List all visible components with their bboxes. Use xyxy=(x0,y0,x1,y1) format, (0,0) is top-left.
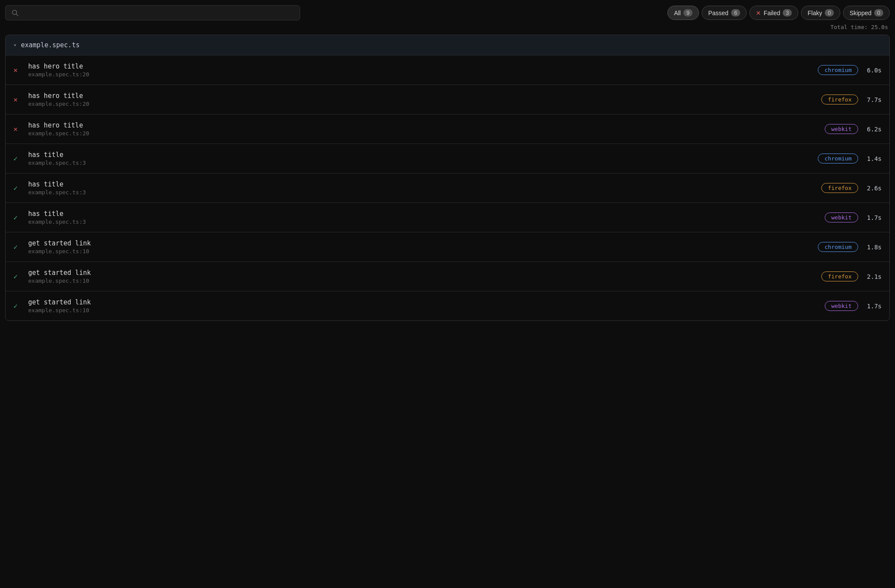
test-name: get started link xyxy=(28,269,821,277)
test-file: example.spec.ts:20 xyxy=(28,71,818,78)
browser-badge: firefox xyxy=(821,183,858,193)
filter-failed-label: Failed xyxy=(764,10,780,16)
test-file: example.spec.ts:3 xyxy=(28,160,818,166)
browser-badge: webkit xyxy=(825,212,858,222)
filter-failed-count: 3 xyxy=(783,9,792,16)
test-right: chromium 1.8s xyxy=(818,242,882,252)
table-row[interactable]: ✓ get started link example.spec.ts:10 we… xyxy=(6,291,889,320)
test-duration: 1.7s xyxy=(865,214,882,221)
test-right: webkit 1.7s xyxy=(825,212,882,222)
browser-badge: firefox xyxy=(821,95,858,105)
test-file: example.spec.ts:3 xyxy=(28,219,825,225)
test-right: chromium 1.4s xyxy=(818,154,882,163)
browser-badge: chromium xyxy=(818,65,858,75)
filter-failed-button[interactable]: ✕ Failed 3 xyxy=(749,6,798,20)
pass-icon: ✓ xyxy=(13,243,23,251)
test-right: firefox 2.1s xyxy=(821,271,882,281)
test-info: has title example.spec.ts:3 xyxy=(28,180,821,196)
test-right: webkit 6.2s xyxy=(825,124,882,134)
spec-header[interactable]: ▾ example.spec.ts xyxy=(6,35,889,55)
table-row[interactable]: ✓ has title example.spec.ts:3 firefox 2.… xyxy=(6,173,889,203)
test-duration: 1.4s xyxy=(865,155,882,162)
search-input[interactable] xyxy=(23,9,294,16)
test-name: has hero title xyxy=(28,92,821,100)
total-time: Total time: 25.0s xyxy=(5,24,890,30)
browser-badge: chromium xyxy=(818,154,858,163)
test-name: get started link xyxy=(28,298,825,306)
fail-icon: ✕ xyxy=(13,95,23,104)
filter-flaky-count: 0 xyxy=(825,9,834,16)
test-info: get started link example.spec.ts:10 xyxy=(28,269,821,284)
spec-container: ▾ example.spec.ts ✕ has hero title examp… xyxy=(5,35,890,321)
test-file: example.spec.ts:20 xyxy=(28,101,821,107)
search-icon xyxy=(12,10,19,16)
filter-skipped-button[interactable]: Skipped 0 xyxy=(843,6,890,20)
fail-x-icon: ✕ xyxy=(756,10,761,16)
test-name: get started link xyxy=(28,239,818,247)
svg-line-1 xyxy=(16,14,18,16)
test-name: has title xyxy=(28,210,825,218)
table-row[interactable]: ✕ has hero title example.spec.ts:20 webk… xyxy=(6,114,889,144)
table-row[interactable]: ✕ has hero title example.spec.ts:20 fire… xyxy=(6,85,889,114)
filter-all-count: 9 xyxy=(683,9,692,16)
browser-badge: webkit xyxy=(825,124,858,134)
test-file: example.spec.ts:20 xyxy=(28,130,825,137)
pass-icon: ✓ xyxy=(13,272,23,281)
filter-flaky-button[interactable]: Flaky 0 xyxy=(801,6,840,20)
fail-icon: ✕ xyxy=(13,125,23,133)
filter-skipped-count: 0 xyxy=(874,9,883,16)
table-row[interactable]: ✕ has hero title example.spec.ts:20 chro… xyxy=(6,55,889,85)
test-info: has hero title example.spec.ts:20 xyxy=(28,62,818,78)
test-right: chromium 6.0s xyxy=(818,65,882,75)
filter-flaky-label: Flaky xyxy=(807,10,822,16)
test-file: example.spec.ts:3 xyxy=(28,189,821,196)
search-box[interactable] xyxy=(5,5,300,20)
test-name: has hero title xyxy=(28,121,825,129)
browser-badge: firefox xyxy=(821,271,858,281)
test-duration: 6.2s xyxy=(865,126,882,133)
pass-icon: ✓ xyxy=(13,302,23,310)
test-name: has title xyxy=(28,151,818,159)
chevron-down-icon: ▾ xyxy=(13,42,16,48)
test-right: firefox 2.6s xyxy=(821,183,882,193)
fail-icon: ✕ xyxy=(13,66,23,74)
spec-name: example.spec.ts xyxy=(21,41,79,49)
filter-passed-button[interactable]: Passed 6 xyxy=(702,6,747,20)
test-file: example.spec.ts:10 xyxy=(28,307,825,314)
filter-skipped-label: Skipped xyxy=(849,10,872,16)
table-row[interactable]: ✓ has title example.spec.ts:3 chromium 1… xyxy=(6,144,889,173)
test-duration: 2.6s xyxy=(865,185,882,192)
top-bar: All 9 Passed 6 ✕ Failed 3 Flaky 0 Skippe… xyxy=(5,5,890,20)
test-file: example.spec.ts:10 xyxy=(28,278,821,284)
test-name: has hero title xyxy=(28,62,818,70)
test-duration: 2.1s xyxy=(865,273,882,280)
filter-buttons: All 9 Passed 6 ✕ Failed 3 Flaky 0 Skippe… xyxy=(667,6,890,20)
table-row[interactable]: ✓ has title example.spec.ts:3 webkit 1.7… xyxy=(6,203,889,232)
test-info: get started link example.spec.ts:10 xyxy=(28,298,825,314)
test-duration: 6.0s xyxy=(865,67,882,74)
test-duration: 1.8s xyxy=(865,244,882,251)
test-right: webkit 1.7s xyxy=(825,301,882,311)
test-name: has title xyxy=(28,180,821,188)
filter-all-label: All xyxy=(674,10,681,16)
test-info: has hero title example.spec.ts:20 xyxy=(28,121,825,137)
test-right: firefox 7.7s xyxy=(821,95,882,105)
test-file: example.spec.ts:10 xyxy=(28,248,818,255)
table-row[interactable]: ✓ get started link example.spec.ts:10 fi… xyxy=(6,261,889,291)
pass-icon: ✓ xyxy=(13,213,23,222)
browser-badge: webkit xyxy=(825,301,858,311)
test-info: has title example.spec.ts:3 xyxy=(28,210,825,225)
test-info: has hero title example.spec.ts:20 xyxy=(28,92,821,107)
filter-passed-label: Passed xyxy=(708,10,728,16)
test-info: has title example.spec.ts:3 xyxy=(28,151,818,166)
test-duration: 1.7s xyxy=(865,303,882,310)
pass-icon: ✓ xyxy=(13,154,23,163)
filter-all-button[interactable]: All 9 xyxy=(667,6,699,20)
browser-badge: chromium xyxy=(818,242,858,252)
test-duration: 7.7s xyxy=(865,96,882,103)
table-row[interactable]: ✓ get started link example.spec.ts:10 ch… xyxy=(6,232,889,261)
filter-passed-count: 6 xyxy=(731,9,740,16)
test-info: get started link example.spec.ts:10 xyxy=(28,239,818,255)
pass-icon: ✓ xyxy=(13,184,23,192)
